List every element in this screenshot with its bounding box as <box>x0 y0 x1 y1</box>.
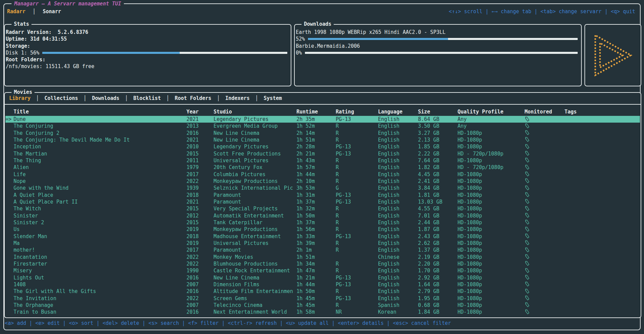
tab-separator: │ <box>82 95 88 102</box>
movie-tags <box>564 281 640 288</box>
tab-blocklist[interactable]: Blocklist <box>130 95 164 102</box>
movie-size: 1.64 GB <box>418 281 458 288</box>
movie-rating: NR <box>336 309 378 315</box>
movie-size: 0.68 GB <box>418 302 458 309</box>
tab-downloads[interactable]: Downloads <box>88 95 123 102</box>
movie-language: English <box>378 247 418 253</box>
tab-root-folders[interactable]: Root Folders <box>171 95 215 102</box>
monitored-tag-icon <box>525 247 530 252</box>
download-progressbar <box>308 38 578 40</box>
movie-title: The Orphanage <box>14 302 186 309</box>
movie-tags <box>564 295 640 302</box>
movie-row[interactable]: Firestarter 2022 Blumhouse Productions 1… <box>5 260 640 267</box>
movie-language: English <box>378 123 418 129</box>
movie-monitored-cell <box>525 226 564 233</box>
movie-rating: R <box>336 178 378 185</box>
movie-quality-profile: HD-1080p <box>458 240 525 247</box>
movie-row[interactable]: The Conjuring 2 2016 New Line Cinema 2h … <box>5 130 640 137</box>
movie-rating: PG-13 <box>336 199 378 205</box>
movie-studio: New Line Cinema <box>214 274 296 281</box>
movie-row[interactable]: The Conjuring: The Devil Made Me Do It 2… <box>5 137 640 143</box>
movie-runtime: 1h 57m <box>296 164 336 171</box>
movie-title: Alien <box>14 164 186 171</box>
monitored-tag-icon <box>525 165 530 170</box>
tab-collections[interactable]: Collections <box>41 95 82 102</box>
movie-row[interactable]: Train to Busan 2016 Next Entertainment W… <box>5 309 640 315</box>
movie-year: 1990 <box>186 267 214 274</box>
movie-row[interactable]: 1408 2007 Dimension Films 1h 44m PG-13 E… <box>5 281 640 288</box>
movie-year: 2017 <box>186 247 214 253</box>
movie-row[interactable]: Incantation 2022 Monkey Movies 1h 51m Ch… <box>5 254 640 260</box>
movie-tags <box>564 164 640 171</box>
monitored-tag-icon <box>525 289 530 294</box>
movie-row[interactable]: A Quiet Place 2018 Paramount 1h 31m PG-1… <box>5 192 640 199</box>
movie-runtime: 2h 21m <box>296 150 336 157</box>
movie-row[interactable]: => Dune 2021 Legendary Pictures 2h 35m P… <box>5 116 640 123</box>
movie-title: A Quiet Place Part II <box>14 199 186 205</box>
movie-tags <box>564 274 640 281</box>
movie-row[interactable]: The Invitation 2022 Screen Gems 1h 45m P… <box>5 295 640 302</box>
movie-row[interactable]: mother! 2017 Paramount 2h 1m R English 1… <box>5 247 640 253</box>
monitored-tag-icon <box>525 268 530 273</box>
movie-studio: 20th Century Fox <box>214 164 296 171</box>
movie-row[interactable]: The Martian 2015 Scott Free Productions … <box>5 150 640 157</box>
selection-prefix <box>5 226 14 233</box>
movie-row[interactable]: Gone with the Wind 1939 Selznick Interna… <box>5 185 640 191</box>
movie-monitored-cell <box>525 295 564 302</box>
stats-panel-title: Stats <box>12 21 31 27</box>
movie-row[interactable]: Life 2017 Columbia Pictures 1h 44m R Eng… <box>5 171 640 178</box>
movie-studio: Paramount <box>214 247 296 253</box>
movie-language: English <box>378 267 418 274</box>
tab-separator: │ <box>34 95 41 102</box>
tab-system[interactable]: System <box>260 95 286 102</box>
tab-indexers[interactable]: Indexers <box>222 95 253 102</box>
movie-size: 7.64 GB <box>418 157 458 164</box>
movie-year: 2018 <box>186 192 214 199</box>
downloads-panel: Downloads Earth 1998 1080p WEBRip x265 H… <box>294 24 582 86</box>
movie-row[interactable]: A Quiet Place Part II 2021 Paramount 1h … <box>5 199 640 205</box>
movie-tags <box>564 192 640 199</box>
movie-title: Incantation <box>14 254 186 260</box>
movie-row[interactable]: Slender Man 2018 Madhouse Entertainment … <box>5 233 640 240</box>
movie-row[interactable]: Lights Out 2016 New Line Cinema 1h 21m P… <box>5 274 640 281</box>
movie-runtime: 1h 37m <box>296 219 336 226</box>
movie-row[interactable]: Nope 2022 Monkeypaw Productions 2h 10m R… <box>5 178 640 185</box>
monitored-tag-icon <box>525 171 530 176</box>
movie-rating: R <box>336 247 378 253</box>
footer-keybindings: <a> add | <e> edit | <o> sort | <del> de… <box>5 320 451 327</box>
movie-runtime: 3h 53m <box>296 185 336 191</box>
monitored-tag-icon <box>525 185 530 190</box>
movie-row[interactable]: Inception 2010 Legendary Pictures 2h 28m… <box>5 143 640 150</box>
monitored-tag-icon <box>525 220 530 225</box>
movie-rating: PG-13 <box>336 192 378 199</box>
monitored-tag-icon <box>525 151 530 156</box>
movie-row[interactable]: Misery 1990 Castle Rock Entertainment 1h… <box>5 267 640 274</box>
movie-size: 2.20 GB <box>418 260 458 267</box>
movie-row[interactable]: Sinister 2 2015 Tank Caterpillar 1h 37m … <box>5 219 640 226</box>
tab-radarr[interactable]: Radarr <box>5 8 28 15</box>
movie-title: Nope <box>14 178 186 185</box>
movie-row[interactable]: Sinister 2012 Automatik Entertainment 1h… <box>5 212 640 219</box>
movie-quality-profile: HD-1080p <box>458 254 525 260</box>
movie-quality-profile: HD-1080p <box>458 302 525 309</box>
movie-year: 2018 <box>186 233 214 240</box>
movie-row[interactable]: The Girl with All the Gifts 2016 Altitud… <box>5 288 640 295</box>
movie-rating: R <box>336 205 378 212</box>
tab-library[interactable]: Library <box>5 95 34 102</box>
movie-runtime: 1h 44m <box>296 281 336 288</box>
movie-runtime: 2h 14m <box>296 130 336 137</box>
tab-sonarr[interactable]: Sonarr <box>40 8 63 15</box>
movie-rating: R <box>336 137 378 143</box>
movie-row[interactable]: The Orphanage 2007 Telecinco Cinema 1h 4… <box>5 302 640 309</box>
movie-monitored-cell <box>525 260 564 267</box>
movie-monitored-cell <box>525 288 564 295</box>
movie-studio: Selznick International Pic <box>214 185 296 191</box>
movie-row[interactable]: The Witch 2015 Very Special Projects 1h … <box>5 205 640 212</box>
movie-row[interactable]: Alien 1979 20th Century Fox 1h 57m R Eng… <box>5 164 640 171</box>
movie-row[interactable]: Ma 2019 Universal Pictures 1h 39m R Engl… <box>5 240 640 247</box>
movie-row[interactable]: The Conjuring 2013 Evergreen Media Group… <box>5 123 640 129</box>
monitored-tag-icon <box>525 158 530 163</box>
movie-studio: Castle Rock Entertainment <box>214 267 296 274</box>
movie-row[interactable]: Us 2019 Monkeypaw Productions 1h 56m R E… <box>5 226 640 233</box>
movie-row[interactable]: The Thing 2011 Universal Pictures 1h 43m… <box>5 157 640 164</box>
